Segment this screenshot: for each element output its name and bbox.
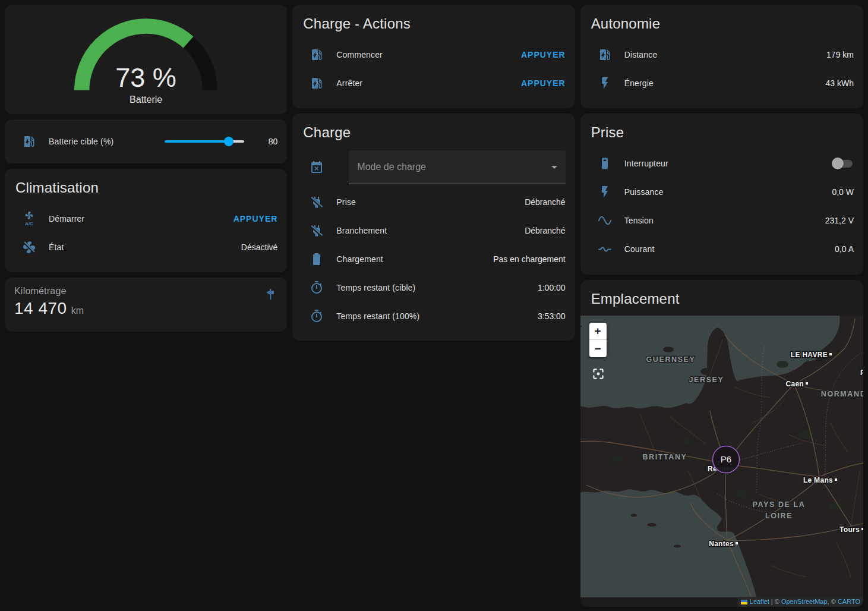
map-city-dot (861, 528, 863, 530)
climate-state-row[interactable]: État Désactivé (5, 233, 287, 262)
climate-start-row[interactable]: Démarrer APPUYER (5, 204, 287, 233)
autonomy-energy-label: Énergie (624, 78, 826, 88)
plug-voltage-row[interactable]: Tension 231,2 V (580, 206, 863, 235)
autonomy-distance-value: 179 km (826, 50, 854, 59)
charge-plug-row[interactable]: Prise Débranché (292, 188, 575, 216)
column-left: 73 % Batterie Batterie cible (%) 80 Clim… (5, 5, 287, 607)
plug-current-row[interactable]: Courant 0,0 A (580, 235, 863, 263)
timer-icon (310, 281, 324, 295)
slider-track-filled (165, 140, 228, 143)
charge-connection-label: Branchement (336, 226, 525, 235)
charge-stop-row[interactable]: Arrêter APPUYER (292, 69, 575, 97)
ev-station-icon (22, 134, 36, 149)
plug-voltage-value: 231,2 V (825, 216, 854, 225)
charge-mode-select[interactable]: Mode de charge (349, 150, 565, 184)
charge-connection-value: Débranché (525, 226, 566, 235)
plug-switch-row[interactable]: Interrupteur (580, 149, 863, 178)
autonomy-energy-value: 43 kWh (826, 78, 854, 88)
calendar-remove-icon (310, 160, 324, 175)
charge-card-title: Charge (292, 114, 575, 149)
map[interactable]: GUERNSEY JERSEY BRITTANY NORMANDY PAYS D… (580, 316, 863, 607)
map-city-dot (806, 382, 808, 385)
zoom-out-button[interactable]: − (589, 340, 607, 357)
osm-link[interactable]: OpenStreetMap (781, 598, 828, 605)
plug-title: Prise (580, 114, 863, 149)
current-ac-icon (598, 242, 612, 256)
toggle-knob (832, 158, 844, 169)
plug-switch-toggle[interactable] (832, 158, 854, 169)
odometer-title: Kilométrage (14, 286, 277, 297)
column-middle: Charge - Actions Commencer APPUYER Arrêt… (292, 5, 575, 607)
autonomy-energy-row[interactable]: Énergie 43 kWh (580, 69, 863, 97)
charge-time-full-label: Temps restant (100%) (336, 311, 538, 321)
map-label-loire: LOIRE (765, 512, 793, 520)
charge-time-full-value: 3:53:00 (538, 311, 566, 321)
map-label-guernsey: GUERNSEY (646, 355, 695, 364)
map-label-normandy: NORMANDY (820, 390, 863, 398)
battery-gauge-card[interactable]: 73 % Batterie (5, 5, 287, 114)
power-plug-off-icon (310, 223, 324, 238)
location-title: Emplacement (580, 280, 863, 316)
map-city-le-mans: Le Mans (803, 476, 833, 484)
charge-plug-label: Prise (336, 197, 525, 207)
battery-target-card: Batterie cible (%) 80 (5, 119, 287, 163)
battery-gauge-label: Batterie (130, 95, 162, 105)
signpost-icon (263, 287, 277, 301)
map-city-dot (835, 478, 837, 481)
map-city-nantes: Nantes (709, 540, 734, 548)
zoom-in-button[interactable]: + (589, 323, 607, 340)
climate-start-button[interactable]: APPUYER (233, 214, 278, 223)
flash-icon (598, 185, 612, 199)
attribution-separator: | © (769, 598, 781, 605)
map-city-clipped: P (860, 369, 863, 377)
battery-target-value: 80 (252, 137, 277, 146)
vehicle-marker-label: P6 (720, 454, 731, 464)
map-city-le-havre: LE HAVRE (790, 351, 827, 359)
charge-time-target-row[interactable]: Temps restant (cible) 1:00:00 (292, 273, 575, 302)
map-zoom-control: + − (589, 323, 607, 357)
battery-target-label: Batterie cible (%) (49, 137, 165, 146)
charge-start-row[interactable]: Commencer APPUYER (292, 40, 575, 69)
battery-gauge-value: 73 % (115, 62, 176, 90)
plug-power-row[interactable]: Puissance 0,0 W (580, 178, 863, 206)
battery-icon (310, 252, 324, 266)
climate-card-title: Climatisation (5, 169, 287, 204)
charge-charging-row[interactable]: Chargement Pas en chargement (292, 245, 575, 273)
vehicle-marker[interactable]: P6 (712, 446, 739, 473)
battery-target-slider[interactable] (165, 136, 244, 147)
slider-knob[interactable] (224, 137, 233, 146)
charge-charging-value: Pas en chargement (493, 254, 565, 264)
map-city-caen: Caen (785, 380, 804, 388)
charge-connection-row[interactable]: Branchement Débranché (292, 216, 575, 245)
ev-station-icon (598, 48, 612, 62)
odometer-value: 14 470 (14, 299, 67, 318)
charge-stop-label: Arrêter (336, 78, 521, 88)
map-label-pays-de-la: PAYS DE LA (752, 500, 805, 509)
dashboard: 73 % Batterie Batterie cible (%) 80 Clim… (0, 0, 868, 611)
charge-time-full-row[interactable]: Temps restant (100%) 3:53:00 (292, 302, 575, 330)
charge-time-target-value: 1:00:00 (538, 283, 566, 292)
charge-mode-select-label: Mode de charge (357, 162, 551, 172)
autonomy-title: Autonomie (580, 5, 863, 40)
map-label-jersey: JERSEY (689, 376, 724, 384)
air-conditioner-icon (22, 212, 36, 226)
carto-link[interactable]: CARTO (838, 598, 860, 605)
battery-target-row: Batterie cible (%) 80 (5, 119, 287, 163)
charge-time-target-label: Temps restant (cible) (336, 283, 538, 292)
column-right: Autonomie Distance 179 km Énergie 43 kWh… (580, 5, 863, 607)
autonomy-distance-row[interactable]: Distance 179 km (580, 40, 863, 69)
odometer-card[interactable]: Kilométrage 14 470 km (5, 278, 287, 332)
charge-charging-label: Chargement (336, 254, 493, 264)
charge-start-label: Commencer (336, 50, 521, 59)
climate-state-value: Désactivé (241, 242, 277, 252)
timer-icon (310, 309, 324, 323)
attribution-separator: , © (828, 598, 838, 605)
climate-state-label: État (49, 242, 241, 252)
charge-start-button[interactable]: APPUYER (521, 50, 566, 59)
locate-button[interactable] (591, 366, 606, 382)
leaflet-link[interactable]: Leaflet (750, 598, 769, 605)
climate-start-label: Démarrer (49, 214, 233, 223)
charge-stop-button[interactable]: APPUYER (521, 78, 566, 88)
flash-icon (598, 76, 612, 90)
power-plug-off-icon (310, 195, 324, 209)
